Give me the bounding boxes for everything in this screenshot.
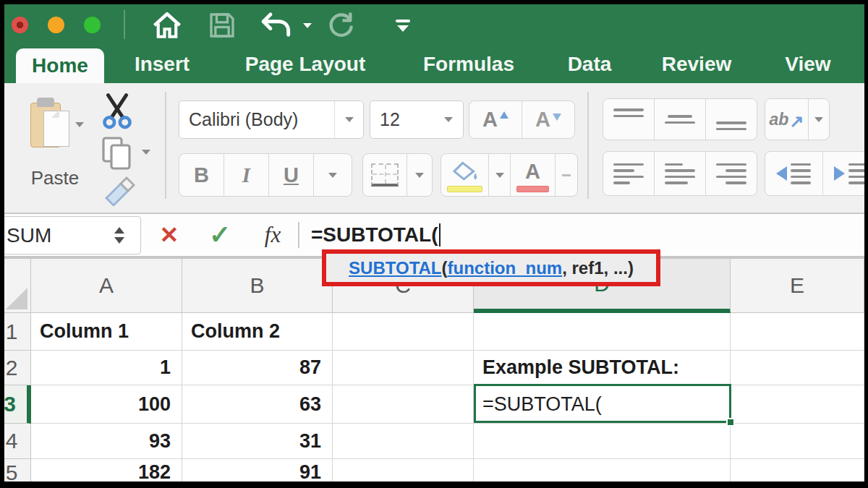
tab-view[interactable]: View — [785, 45, 830, 83]
undo-icon — [259, 11, 292, 40]
undo-dropdown[interactable] — [297, 10, 318, 40]
cell-B2[interactable]: 87 — [182, 351, 333, 385]
cell-A2[interactable]: 1 — [31, 351, 182, 385]
row-header-1[interactable]: 1 — [4, 313, 31, 351]
enter-button[interactable]: ✓ — [203, 214, 237, 256]
home-icon — [152, 11, 182, 40]
row-header-5[interactable]: 5 — [4, 459, 31, 481]
spreadsheet: A B C D E 1 Column 1 Column 2 2 1 87 Exa… — [4, 257, 864, 481]
fill-color-button[interactable] — [441, 154, 489, 196]
cell-C2[interactable] — [333, 351, 474, 385]
copy-dropdown-icon[interactable] — [142, 150, 150, 155]
cell-B4[interactable]: 31 — [182, 424, 333, 459]
cell-E4[interactable] — [731, 424, 864, 459]
font-size-combobox[interactable]: 12 — [370, 100, 464, 139]
ribbon-options-chevron[interactable] — [386, 10, 420, 40]
tab-review[interactable]: Review — [662, 45, 732, 83]
chevron-down-icon — [345, 117, 354, 122]
orientation-button[interactable]: ab ↗ — [765, 98, 830, 140]
paste-clipboard-icon — [30, 98, 71, 151]
column-header-a[interactable]: A — [31, 259, 182, 313]
align-right-button[interactable] — [706, 152, 757, 195]
select-all-corner[interactable] — [4, 259, 31, 313]
orientation-dropdown[interactable] — [809, 99, 829, 140]
tooltip-function-link[interactable]: SUBTOTAL — [349, 258, 441, 278]
cell-B3[interactable]: 63 — [182, 385, 333, 424]
paste-button[interactable]: Paste — [12, 87, 98, 203]
home-button[interactable] — [150, 10, 184, 40]
close-window-button[interactable] — [12, 17, 28, 33]
cell-D3[interactable]: =SUBTOTAL( — [474, 385, 731, 424]
font-color-dropdown[interactable] — [556, 154, 577, 196]
tab-home[interactable]: Home — [16, 48, 104, 83]
grow-font-button[interactable]: A — [469, 101, 522, 138]
checkmark-icon: ✓ — [209, 220, 231, 250]
underline-dropdown[interactable] — [314, 154, 352, 196]
text-cursor — [439, 223, 441, 247]
cell-D5[interactable] — [474, 459, 731, 481]
cell-A3[interactable]: 100 — [31, 385, 182, 424]
cell-D2[interactable]: Example SUBTOTAL: — [474, 351, 731, 385]
font-name-combobox[interactable]: Calibri (Body) — [179, 100, 364, 139]
align-left-button[interactable] — [655, 152, 706, 195]
cell-C3[interactable] — [333, 385, 474, 424]
zoom-window-button[interactable] — [84, 17, 101, 33]
cell-A5[interactable]: 182 — [31, 459, 182, 481]
row-header-2[interactable]: 2 — [4, 351, 31, 385]
formula-tooltip: SUBTOTAL(function_num, ref1, ...) — [322, 249, 660, 286]
align-bottom-button[interactable] — [706, 99, 757, 140]
tab-formulas[interactable]: Formulas — [423, 45, 514, 83]
decrease-indent-button[interactable] — [765, 152, 823, 195]
insert-function-button[interactable]: fx — [256, 214, 289, 256]
tab-data[interactable]: Data — [568, 45, 612, 83]
italic-button[interactable]: I — [224, 154, 269, 196]
row-header-3[interactable]: 3 — [4, 385, 31, 424]
paste-dropdown-icon[interactable] — [75, 122, 84, 127]
cell-D1[interactable] — [474, 313, 731, 351]
redo-button[interactable] — [324, 10, 357, 40]
borders-dropdown[interactable] — [407, 154, 432, 196]
undo-button[interactable] — [259, 10, 292, 40]
cell-A4[interactable]: 93 — [31, 424, 182, 459]
wrap-text-button[interactable] — [603, 152, 655, 195]
fill-color-dropdown[interactable] — [489, 154, 511, 196]
cell-E5[interactable] — [731, 459, 864, 481]
cell-C4[interactable] — [333, 424, 474, 459]
cell-B1[interactable]: Column 2 — [182, 313, 333, 351]
tooltip-arg-link[interactable]: function_num — [448, 258, 563, 278]
cell-E3[interactable] — [731, 385, 864, 424]
tab-page-layout[interactable]: Page Layout — [245, 45, 365, 83]
cell-E1[interactable] — [731, 313, 864, 351]
cancel-button[interactable]: ✕ — [153, 214, 185, 256]
fill-handle[interactable] — [726, 418, 735, 427]
bold-button[interactable]: B — [179, 154, 224, 196]
format-painter-button[interactable] — [103, 176, 137, 209]
borders-button[interactable] — [362, 153, 433, 197]
font-name-dropdown[interactable] — [334, 101, 363, 138]
cell-C1[interactable] — [333, 313, 474, 351]
font-size-dropdown[interactable] — [434, 101, 463, 138]
align-top-button[interactable] — [603, 99, 655, 140]
cell-E2[interactable] — [731, 351, 864, 385]
name-box[interactable]: SUM — [4, 216, 141, 254]
tab-insert[interactable]: Insert — [135, 45, 190, 83]
cell-B5[interactable]: 91 — [182, 459, 333, 481]
align-middle-button[interactable] — [655, 99, 706, 140]
copy-button[interactable] — [101, 135, 133, 174]
formula-bar-divider — [298, 222, 299, 248]
shrink-font-button[interactable]: A — [522, 101, 574, 138]
column-header-b[interactable]: B — [182, 259, 333, 313]
font-color-button[interactable]: A — [511, 154, 556, 196]
cell-C5[interactable] — [333, 459, 474, 481]
wrap-text-icon — [613, 163, 644, 184]
underline-button[interactable]: U — [269, 154, 314, 196]
minimize-window-button[interactable] — [48, 17, 64, 33]
row-header-4[interactable]: 4 — [4, 424, 31, 459]
cell-D4[interactable] — [474, 424, 731, 459]
cell-A1[interactable]: Column 1 — [31, 313, 182, 351]
column-header-e[interactable]: E — [731, 259, 864, 313]
name-box-spinner[interactable] — [114, 227, 124, 244]
cut-button[interactable] — [101, 93, 133, 132]
save-button[interactable] — [205, 10, 239, 40]
increase-indent-button[interactable] — [823, 152, 865, 195]
